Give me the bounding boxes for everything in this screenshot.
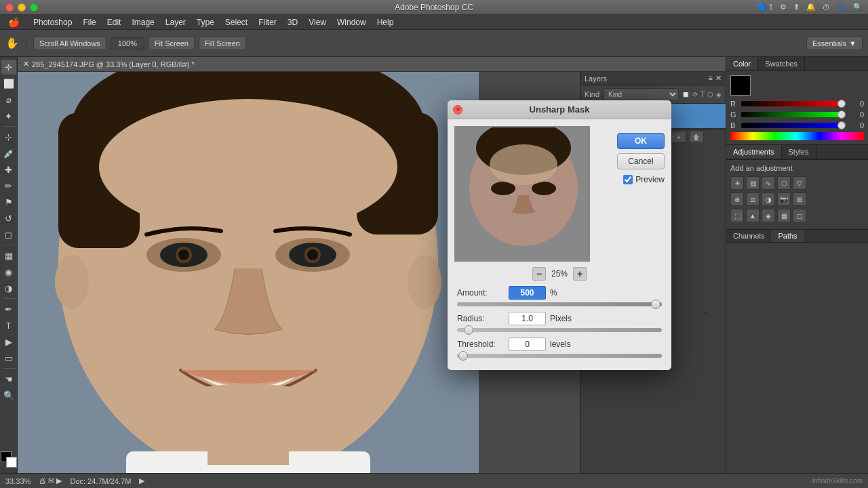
blur-tool-button[interactable]: ◉ <box>1 264 16 279</box>
menu-layer[interactable]: Layer <box>160 16 191 28</box>
r-slider-track[interactable] <box>741 101 844 106</box>
menu-photoshop[interactable]: Photoshop <box>28 16 77 28</box>
threshold-input[interactable]: 0 <box>509 338 546 351</box>
gradient-tool-button[interactable]: ▦ <box>1 248 16 263</box>
radius-input[interactable]: 1.0 <box>509 312 546 325</box>
tab-styles[interactable]: Styles <box>782 145 816 159</box>
brush-tool-button[interactable]: ✏ <box>1 178 16 193</box>
g-slider-track[interactable] <box>741 112 844 117</box>
eraser-tool-button[interactable]: ◻ <box>1 227 16 242</box>
menu-edit[interactable]: Edit <box>102 16 127 28</box>
amount-input[interactable]: 500 <box>509 286 546 300</box>
photo-filter-adj-icon[interactable]: 📷 <box>777 192 791 206</box>
scroll-all-windows-button[interactable]: Scroll All Windows <box>33 37 106 50</box>
b-slider-handle[interactable] <box>837 121 846 129</box>
menu-3d[interactable]: 3D <box>282 16 303 28</box>
threshold-slider-track[interactable] <box>457 354 662 358</box>
layers-panel-close-icon[interactable]: ✕ <box>715 74 722 83</box>
threshold-slider-handle[interactable] <box>458 351 468 361</box>
fill-screen-button[interactable]: Fill Screen <box>199 37 246 50</box>
canvas-tab[interactable]: ✕ 285_2945174.JPG @ 33.3% (Layer 0, RGB/… <box>18 57 726 72</box>
b-slider-track[interactable] <box>741 123 844 128</box>
menu-type[interactable]: Type <box>191 16 220 28</box>
traffic-lights[interactable] <box>5 3 38 12</box>
preview-checkbox[interactable] <box>623 175 633 184</box>
background-color[interactable] <box>6 457 17 468</box>
lasso-tool-button[interactable]: ⌀ <box>1 92 16 107</box>
shape-tool-button[interactable]: ▭ <box>1 350 16 365</box>
tab-adjustments[interactable]: Adjustments <box>726 145 782 159</box>
dialog-close-button[interactable]: ✕ <box>453 105 462 115</box>
layer-filter-icon-3[interactable]: T <box>701 91 705 98</box>
tab-swatches[interactable]: Swatches <box>758 57 805 70</box>
zoom-in-button[interactable]: + <box>573 267 587 281</box>
dialog-preview-image[interactable] <box>454 126 590 262</box>
posterize-adj-icon[interactable]: ⬚ <box>730 209 744 222</box>
hand-tool-button[interactable]: ☚ <box>1 371 16 386</box>
close-button[interactable] <box>5 3 14 12</box>
levels-adj-icon[interactable]: ▤ <box>746 176 760 190</box>
brightness-adj-icon[interactable]: ☀ <box>730 176 744 190</box>
color-spectrum[interactable] <box>730 132 864 140</box>
path-select-tool-button[interactable]: ▶ <box>1 334 16 349</box>
play-button[interactable]: ▶ <box>139 476 144 485</box>
pen-tool-button[interactable]: ✒ <box>1 302 16 317</box>
zoom-tool-button[interactable]: 🔍 <box>1 388 16 403</box>
unsharp-mask-dialog[interactable]: ✕ Unsharp Mask <box>448 100 671 370</box>
radius-slider-track[interactable] <box>457 328 662 332</box>
canvas-image[interactable] <box>18 72 479 473</box>
ok-button[interactable]: OK <box>617 133 665 149</box>
layer-new-button[interactable]: + <box>671 131 686 143</box>
apple-menu[interactable]: 🍎 <box>3 16 25 29</box>
canvas-tab-close[interactable]: ✕ <box>23 60 29 68</box>
crop-tool-button[interactable]: ⊹ <box>1 129 16 144</box>
channel-mixer-adj-icon[interactable]: ⊞ <box>793 192 806 206</box>
exposure-adj-icon[interactable]: ⬡ <box>777 176 791 190</box>
move-tool-button[interactable]: ✛ <box>1 60 16 75</box>
text-tool-button[interactable]: T <box>1 318 16 333</box>
hsl-adj-icon[interactable]: ⊕ <box>730 192 744 206</box>
zoom-out-button[interactable]: − <box>532 267 546 281</box>
menu-help[interactable]: Help <box>372 16 399 28</box>
tab-channels[interactable]: Channels <box>726 230 771 242</box>
bw-adj-icon[interactable]: ◑ <box>762 192 775 206</box>
layers-panel-menu-icon[interactable]: ≡ <box>709 74 713 83</box>
maximize-button[interactable] <box>30 3 38 12</box>
color-balance-adj-icon[interactable]: ⚖ <box>746 192 760 206</box>
threshold-adj-icon[interactable]: ▲ <box>746 209 760 222</box>
r-slider-handle[interactable] <box>837 100 846 108</box>
clone-stamp-tool-button[interactable]: ⚑ <box>1 195 16 209</box>
menu-window[interactable]: Window <box>332 16 372 28</box>
magic-wand-tool-button[interactable]: ✦ <box>1 108 16 123</box>
fg-color-swatch[interactable] <box>730 75 751 96</box>
fit-screen-button[interactable]: Fit Screen <box>149 37 195 50</box>
minimize-button[interactable] <box>18 3 26 12</box>
g-slider-handle[interactable] <box>837 110 846 119</box>
tab-color[interactable]: Color <box>726 57 758 70</box>
radius-slider-handle[interactable] <box>464 325 473 335</box>
menu-view[interactable]: View <box>303 16 332 28</box>
menu-image[interactable]: Image <box>126 16 159 28</box>
curves-adj-icon[interactable]: ∿ <box>762 176 775 190</box>
amount-slider-handle[interactable] <box>651 300 660 309</box>
selective-color-adj-icon[interactable]: ◈ <box>762 209 775 222</box>
menu-select[interactable]: Select <box>220 16 253 28</box>
essentials-button[interactable]: Essentials ▼ <box>806 37 863 50</box>
dodge-tool-button[interactable]: ◑ <box>1 281 16 296</box>
layer-delete-button[interactable]: 🗑 <box>689 131 704 143</box>
kind-dropdown[interactable]: Kind <box>604 88 679 100</box>
invert-adj-icon[interactable]: ◻ <box>793 209 806 222</box>
layer-filter-icon-4[interactable]: ⬡ <box>707 91 713 98</box>
eyedropper-tool-button[interactable]: 💉 <box>1 146 16 161</box>
layer-filter-icon-1[interactable]: 🔲 <box>682 91 690 98</box>
menu-filter[interactable]: Filter <box>253 16 282 28</box>
menu-file[interactable]: File <box>77 16 101 28</box>
marquee-tool-button[interactable]: ⬜ <box>1 76 16 91</box>
amount-slider-track[interactable] <box>457 302 662 306</box>
tab-paths[interactable]: Paths <box>771 230 804 242</box>
spot-heal-tool-button[interactable]: ✚ <box>1 162 16 177</box>
cancel-button[interactable]: Cancel <box>617 153 665 169</box>
vibrance-adj-icon[interactable]: ▽ <box>793 176 806 190</box>
layer-filter-icon-2[interactable]: ⟳ <box>692 91 698 98</box>
history-brush-tool-button[interactable]: ↺ <box>1 211 16 226</box>
